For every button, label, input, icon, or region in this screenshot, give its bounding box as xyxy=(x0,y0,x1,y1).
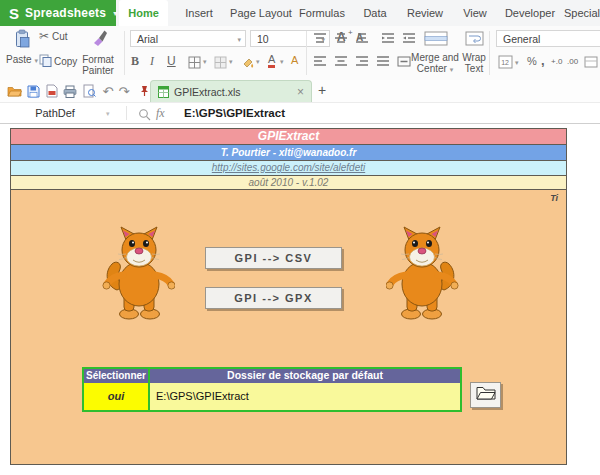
tab-formulas[interactable]: Formulas xyxy=(294,0,350,26)
number-format-icon[interactable]: 12 xyxy=(498,55,513,71)
align-middle-icon[interactable] xyxy=(334,33,348,46)
document-tab-title: GPIExtract.xls xyxy=(174,86,297,98)
wrap-text-icon xyxy=(465,31,484,48)
format-cells-icon[interactable] xyxy=(584,55,598,71)
format-painter-button[interactable]: Format Painter xyxy=(74,54,122,76)
cat-mascot-left xyxy=(101,226,175,320)
website-band[interactable]: http://sites.google.com/site/alefdeti xyxy=(10,160,567,176)
table-row: oui E:\GPS\GPIExtract xyxy=(84,383,460,410)
cat-mascot-right xyxy=(386,226,460,320)
formula-bar: PathDef ▾ fx E:\GPS\GPIExtract xyxy=(0,102,600,124)
chevron-down-icon[interactable]: ▾ xyxy=(256,58,260,66)
increase-indent-icon[interactable] xyxy=(402,33,416,46)
tab-developer[interactable]: Developer xyxy=(500,0,560,26)
save-icon[interactable] xyxy=(25,83,41,99)
folder-open-icon xyxy=(476,386,496,404)
new-tab-button[interactable]: + xyxy=(318,82,326,98)
fill-color-icon[interactable] xyxy=(241,56,254,71)
gpi-to-csv-button[interactable]: GPI --> CSV xyxy=(205,247,342,269)
plus-icon: + xyxy=(348,28,353,37)
cut-button[interactable]: Cut xyxy=(52,31,68,42)
close-icon[interactable]: × xyxy=(297,85,304,99)
fx-icon[interactable]: fx xyxy=(156,106,165,121)
document-tab[interactable]: GPIExtract.xls × xyxy=(150,80,312,102)
increase-decimal-button[interactable]: +.0 xyxy=(551,57,562,66)
author-band: T. Pourtier - xlti@wanadoo.fr xyxy=(10,144,567,161)
browse-folder-button[interactable] xyxy=(470,382,501,408)
tab-review[interactable]: Review xyxy=(400,0,450,26)
settings-table-header: Sélectionner Dossier de stockage par déf… xyxy=(84,369,460,383)
app-menu[interactable]: S Spreadsheets ▾ xyxy=(0,0,116,26)
justify-icon[interactable] xyxy=(376,56,390,69)
decrease-decimal-button[interactable]: .00 xyxy=(567,57,578,66)
tab-page-layout[interactable]: Page Layout xyxy=(226,0,296,26)
tab-data[interactable]: Data xyxy=(356,0,394,26)
ribbon-separator xyxy=(124,31,125,75)
corner-note: Ti xyxy=(500,193,558,203)
font-color-button[interactable]: A xyxy=(268,54,275,68)
app-name: Spreadsheets xyxy=(25,6,106,20)
ribbon-separator xyxy=(489,31,490,75)
align-left-icon[interactable] xyxy=(313,56,327,69)
chevron-down-icon[interactable]: ▾ xyxy=(229,58,233,66)
cell-shading-icon[interactable] xyxy=(214,56,227,71)
print-preview-icon[interactable] xyxy=(81,83,97,99)
title-bar: S Spreadsheets ▾ Home Insert Page Layout… xyxy=(0,0,600,26)
borders-icon[interactable] xyxy=(188,56,201,71)
open-file-icon[interactable] xyxy=(6,83,22,99)
formula-input[interactable]: E:\GPS\GPIExtract xyxy=(184,103,285,123)
main-panel xyxy=(10,189,567,465)
ribbon: Paste ▾ ✂ Cut Copy Format Painter Arial▾… xyxy=(0,26,600,81)
copy-icon xyxy=(39,54,52,69)
version-band: août 2010 - v.1.02 xyxy=(10,175,567,190)
align-bottom-icon[interactable] xyxy=(355,33,369,46)
tab-special[interactable]: Special xyxy=(562,0,600,26)
align-right-icon[interactable] xyxy=(355,56,369,69)
app-window: S Spreadsheets ▾ Home Insert Page Layout… xyxy=(0,0,600,475)
gpi-to-gpx-button[interactable]: GPI --> GPX xyxy=(205,287,342,309)
chevron-down-icon: ▾ xyxy=(34,57,38,64)
underline-button[interactable]: U xyxy=(167,54,176,68)
tab-view[interactable]: View xyxy=(455,0,495,26)
chevron-down-icon: ▾ xyxy=(450,66,454,73)
spreadsheet-file-icon xyxy=(158,86,169,98)
align-center-icon[interactable] xyxy=(334,56,348,69)
redo-icon[interactable]: ↷ xyxy=(116,83,132,99)
undo-icon[interactable]: ↶ xyxy=(100,83,116,99)
chevron-down-icon[interactable]: ▾ xyxy=(280,58,284,66)
format-painter-icon xyxy=(92,29,107,48)
chevron-down-icon: ▾ xyxy=(237,31,241,48)
percent-style-button[interactable]: % xyxy=(527,55,537,67)
header-selectionner: Sélectionner xyxy=(84,369,150,383)
path-cell[interactable]: E:\GPS\GPIExtract xyxy=(150,383,460,410)
italic-button[interactable]: I xyxy=(150,54,154,69)
chevron-down-icon[interactable]: ▾ xyxy=(515,59,519,67)
tab-home[interactable]: Home xyxy=(119,0,168,26)
comma-style-button[interactable]: , xyxy=(541,53,545,68)
name-box[interactable]: PathDef xyxy=(0,103,110,123)
settings-table: Sélectionner Dossier de stockage par déf… xyxy=(82,367,462,412)
magnifier-icon[interactable] xyxy=(138,107,151,125)
chevron-down-icon[interactable]: ▾ xyxy=(203,58,207,66)
paste-icon[interactable] xyxy=(14,29,30,50)
print-icon[interactable] xyxy=(62,83,78,99)
font-name-select[interactable]: Arial▾ xyxy=(130,30,246,47)
paste-button[interactable]: Paste ▾ xyxy=(2,54,42,66)
formula-bar-separator xyxy=(126,106,127,120)
selection-cell[interactable]: oui xyxy=(84,383,150,410)
chevron-down-icon[interactable]: ▾ xyxy=(113,9,117,18)
document-tab-bar: ↶ ↷ GPIExtract.xls × + xyxy=(0,80,600,102)
chevron-down-icon[interactable]: ▾ xyxy=(106,110,110,118)
decrease-indent-icon[interactable] xyxy=(381,33,395,46)
scissors-icon: ✂ xyxy=(39,29,49,43)
tab-insert[interactable]: Insert xyxy=(176,0,222,26)
highlight-color-button[interactable]: A xyxy=(291,54,298,66)
export-pdf-icon[interactable] xyxy=(44,83,60,99)
number-format-select[interactable]: General xyxy=(496,30,600,47)
sheet-title-band: GPIExtract xyxy=(10,128,567,145)
bold-button[interactable]: B xyxy=(131,54,139,69)
merge-and-center-icon xyxy=(424,31,448,48)
wrap-text-button[interactable]: Wrap Text xyxy=(454,52,494,74)
align-top-icon[interactable] xyxy=(313,33,327,46)
header-dossier: Dossier de stockage par défaut xyxy=(150,369,460,383)
